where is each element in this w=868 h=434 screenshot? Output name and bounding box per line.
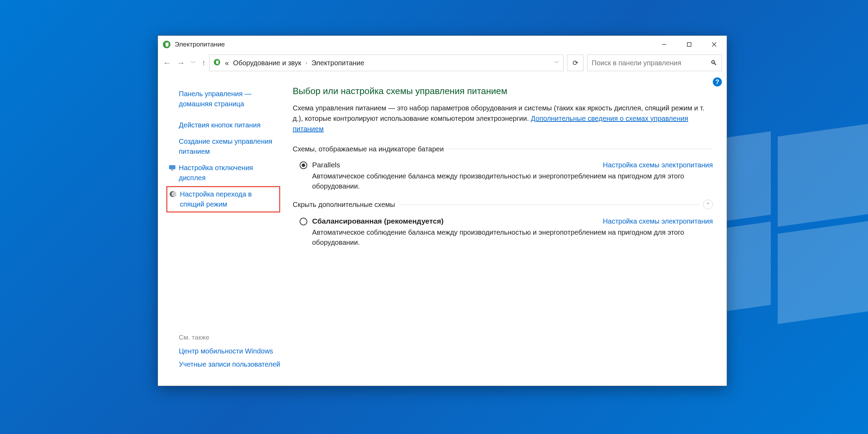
- sidebar-item-display-off[interactable]: Настройка отключения дисплея: [166, 160, 280, 186]
- see-also-mobility[interactable]: Центр мобильности Windows: [179, 346, 280, 356]
- search-icon: 🔍︎: [710, 59, 717, 67]
- breadcrumb-prefix: «: [225, 59, 229, 67]
- section-hide-additional: Скрыть дополнительные схемы ⌃: [293, 200, 713, 209]
- back-button[interactable]: ←: [163, 58, 171, 68]
- titlebar: Электропитание: [158, 36, 727, 53]
- page-heading: Выбор или настройка схемы управления пит…: [293, 86, 713, 97]
- sidebar-item-sleep[interactable]: Настройка перехода в спящий режим: [166, 186, 280, 212]
- plan-configure-link[interactable]: Настройка схемы электропитания: [603, 217, 713, 225]
- sidebar-item-button-actions[interactable]: Действия кнопок питания: [166, 117, 280, 133]
- plan-configure-link[interactable]: Настройка схемы электропитания: [603, 161, 713, 169]
- see-also-accounts[interactable]: Учетные записи пользователей: [179, 359, 280, 369]
- power-options-icon: [213, 58, 221, 67]
- plan-parallels: Parallels Настройка схемы электропитания…: [293, 158, 713, 200]
- plan-description: Автоматическое соблюдение баланса между …: [312, 171, 713, 191]
- window-controls: [652, 36, 727, 53]
- close-button[interactable]: [702, 36, 727, 53]
- section-battery-plans: Схемы, отображаемые на индикаторе батаре…: [293, 145, 713, 153]
- sidebar-item-create-plan[interactable]: Создание схемы управления питанием: [166, 133, 280, 160]
- breadcrumb-power[interactable]: Электропитание: [311, 59, 364, 67]
- breadcrumb-hardware[interactable]: Оборудование и звук: [233, 59, 301, 67]
- plan-name: Сбалансированная (рекомендуется): [312, 217, 443, 225]
- up-button[interactable]: ↑: [202, 58, 206, 68]
- sidebar: Панель управления — домашняя страница Де…: [158, 76, 286, 385]
- plan-radio-balanced[interactable]: [300, 218, 307, 225]
- window-title: Электропитание: [175, 41, 652, 48]
- svg-rect-2: [687, 43, 691, 47]
- collapse-button[interactable]: ⌃: [703, 200, 713, 209]
- plan-balanced: Сбалансированная (рекомендуется) Настрой…: [293, 214, 713, 256]
- address-bar[interactable]: « Оборудование и звук › Электропитание ﹀: [209, 55, 564, 71]
- main-content: Выбор или настройка схемы управления пит…: [286, 76, 727, 385]
- see-also: См. также Центр мобильности Windows Учет…: [166, 323, 280, 385]
- sidebar-home[interactable]: Панель управления — домашняя страница: [166, 86, 280, 112]
- nav-row: ← → ﹀ ↑ « Оборудование и звук › Электроп…: [158, 53, 727, 76]
- help-icon[interactable]: ?: [713, 77, 722, 86]
- recent-dropdown[interactable]: ﹀: [191, 59, 196, 67]
- svg-rect-7: [171, 170, 173, 171]
- plan-radio-parallels[interactable]: [300, 161, 307, 169]
- power-options-icon: [162, 40, 171, 49]
- minimize-button[interactable]: [652, 36, 677, 53]
- plan-name: Parallels: [312, 161, 340, 169]
- maximize-button[interactable]: [677, 36, 702, 53]
- moon-icon: [169, 190, 177, 198]
- monitor-icon: [168, 164, 176, 172]
- svg-rect-6: [169, 165, 175, 169]
- address-dropdown-icon[interactable]: ﹀: [554, 60, 559, 66]
- see-also-header: См. также: [179, 334, 280, 341]
- control-panel-window: Электропитание ← → ﹀ ↑ « Оборудование и …: [158, 35, 727, 386]
- chevron-right-icon: ›: [306, 60, 307, 66]
- refresh-button[interactable]: ⟳: [567, 55, 584, 71]
- search-input[interactable]: [592, 59, 717, 67]
- page-description: Схема управления питанием — это набор па…: [293, 103, 713, 134]
- forward-button[interactable]: →: [177, 58, 185, 68]
- plan-description: Автоматическое соблюдение баланса между …: [312, 227, 713, 248]
- search-box[interactable]: 🔍︎: [587, 55, 722, 71]
